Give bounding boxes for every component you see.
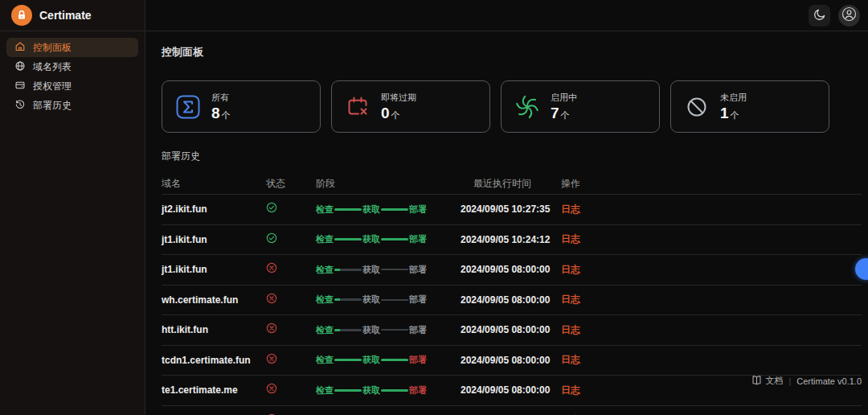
status-failed-icon — [266, 323, 277, 337]
docs-link[interactable]: 文档 — [751, 375, 783, 387]
sidebar: Certimate 控制面板 域名列表 授权管理 部署历史 — [0, 0, 145, 415]
sidebar-item-dashboard[interactable]: 控制面板 — [6, 38, 138, 57]
stage-label: 检查 — [316, 384, 334, 397]
table-row: jt1.ikit.fun检查获取部署2024/09/05 08:00:00日志 — [162, 255, 862, 286]
status-failed-icon — [266, 353, 277, 368]
theme-toggle-button[interactable] — [809, 5, 830, 27]
log-link[interactable]: 日志 — [561, 203, 580, 216]
column-header-status: 状态 — [266, 177, 316, 191]
log-link[interactable]: 日志 — [561, 353, 580, 367]
stage-progress: 检查获取部署 — [316, 294, 461, 306]
sidebar-item-label: 域名列表 — [33, 60, 72, 74]
stat-cards: 所有 8个 即将过期 0个 — [162, 80, 862, 133]
history-icon — [14, 99, 26, 113]
domain-cell: jt1.ikit.fun — [162, 234, 266, 245]
time-cell: 2024/09/05 08:00:00 — [461, 355, 557, 366]
column-header-action: 操作 — [557, 177, 862, 191]
stage-progress: 检查获取部署 — [316, 354, 461, 366]
stage-label: 检查 — [316, 233, 334, 245]
stage-connector — [381, 238, 408, 240]
action-cell: 日志 — [557, 293, 862, 306]
table-row: jt2.ikit.fun检查获取部署2024/09/05 10:27:35日志 — [162, 195, 862, 225]
status-cell — [266, 202, 316, 216]
sidebar-item-domains[interactable]: 域名列表 — [6, 57, 138, 76]
app-root: Certimate 控制面板 域名列表 授权管理 部署历史 — [0, 0, 868, 415]
column-header-last-run: 最近执行时间 — [461, 177, 557, 191]
stage-connector — [334, 359, 362, 361]
stage-label: 获取 — [362, 354, 380, 366]
pinwheel-icon — [514, 94, 540, 120]
domain-cell: te1.certimate.me — [162, 384, 266, 396]
stage-label: 获取 — [362, 233, 380, 245]
status-cell — [266, 323, 316, 337]
stage-connector — [334, 269, 362, 271]
stage-connector — [334, 238, 362, 240]
stage-progress: 检查获取部署 — [316, 324, 461, 336]
stat-card-all: 所有 8个 — [162, 80, 321, 133]
stat-card-enabled: 启用中 7个 — [501, 80, 660, 133]
action-cell: 日志 — [557, 232, 862, 246]
user-avatar-button[interactable] — [838, 5, 860, 27]
stage-connector — [381, 269, 408, 270]
card-unit: 个 — [222, 109, 231, 121]
stage-label: 获取 — [362, 384, 380, 397]
sidebar-item-label: 控制面板 — [33, 41, 72, 55]
sidebar-nav: 控制面板 域名列表 授权管理 部署历史 — [0, 31, 145, 121]
stage-connector — [381, 208, 408, 211]
status-cell — [266, 262, 316, 277]
time-cell: 2024/09/05 08:00:00 — [461, 324, 557, 335]
status-cell — [266, 232, 316, 247]
log-link[interactable]: 日志 — [561, 323, 580, 337]
ban-icon — [684, 94, 710, 120]
time-cell: 2024/09/05 10:27:35 — [461, 203, 557, 215]
content: 控制面板 所有 8个 即将过期 — [145, 31, 868, 415]
moon-icon — [813, 8, 826, 23]
table-row: jt1.ikit.fun检查获取部署2024/09/05 10:24:12日志 — [162, 225, 862, 256]
card-value: 7 — [551, 105, 559, 121]
sidebar-item-deploy-history[interactable]: 部署历史 — [6, 96, 138, 115]
log-link[interactable]: 日志 — [561, 263, 580, 277]
domain-cell: tcdn1.certimate.fun — [162, 355, 266, 366]
card-value: 0 — [381, 105, 390, 121]
status-failed-icon — [266, 293, 277, 307]
log-link[interactable]: 日志 — [561, 232, 580, 246]
action-cell: 日志 — [557, 203, 862, 216]
time-cell: 2024/09/05 08:00:00 — [461, 264, 557, 275]
stage-label: 部署 — [409, 324, 427, 336]
stage-label: 检查 — [316, 264, 334, 276]
stage-connector — [334, 298, 362, 301]
status-success-icon — [266, 202, 277, 216]
stage-progress: 检查获取部署 — [316, 203, 461, 216]
sidebar-item-label: 授权管理 — [33, 80, 72, 93]
stage-label: 获取 — [362, 264, 380, 276]
stage-label: 检查 — [316, 294, 334, 306]
home-icon — [14, 41, 26, 55]
stage-progress: 检查获取部署 — [316, 264, 461, 276]
card-icon — [14, 80, 26, 93]
time-cell: 2024/09/05 08:00:00 — [461, 384, 557, 396]
stage-label: 检查 — [316, 203, 334, 216]
stage-label: 部署 — [409, 294, 427, 306]
status-failed-icon — [266, 383, 277, 397]
stage-label: 获取 — [362, 203, 380, 216]
stat-card-expiring: 即将过期 0个 — [331, 80, 490, 133]
stage-label: 检查 — [316, 354, 334, 366]
action-cell: 日志 — [557, 263, 862, 277]
section-title-deploy-history: 部署历史 — [162, 150, 862, 163]
log-link[interactable]: 日志 — [561, 293, 580, 306]
domain-cell: jt1.ikit.fun — [162, 264, 266, 275]
table-row: wh.certimate.fun检查获取部署2024/09/05 08:00:0… — [162, 286, 862, 316]
card-unit: 个 — [561, 109, 570, 121]
log-link[interactable]: 日志 — [561, 384, 580, 397]
card-value: 1 — [720, 105, 729, 121]
stage-connector — [334, 329, 362, 331]
sigma-icon — [175, 94, 201, 120]
card-value: 8 — [211, 105, 220, 121]
column-header-domain: 域名 — [162, 177, 266, 191]
sidebar-item-authorizations[interactable]: 授权管理 — [6, 76, 138, 96]
status-cell — [266, 293, 316, 307]
status-success-icon — [266, 232, 277, 247]
status-cell — [266, 353, 316, 368]
status-cell — [266, 383, 316, 397]
column-header-stage: 阶段 — [316, 177, 461, 191]
